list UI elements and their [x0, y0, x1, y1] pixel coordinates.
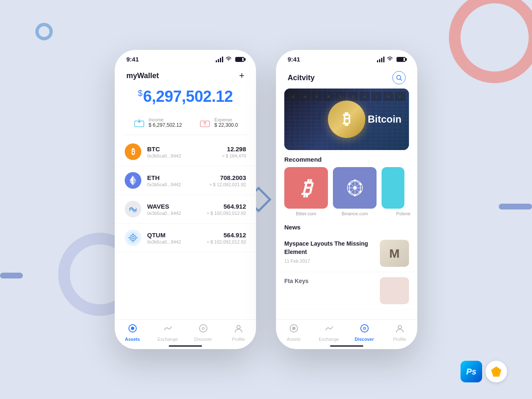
activity-phone: 9:41: [276, 50, 417, 349]
news-thumb-letter-myspace: M: [389, 246, 400, 261]
income-text: Income $ 6,297,502.12: [149, 117, 182, 128]
coin-item-waves[interactable]: WAVES 0x3b5ca0...9442 564.912 ≈ $ 102,09…: [115, 195, 256, 224]
activity-content: Acitvity: [276, 65, 417, 349]
coin-item-btc[interactable]: ₿ BTC 0x3b5ca0...9442 12.298 ≈ $ 184,470: [115, 138, 256, 166]
activity-title: Acitvity: [288, 74, 315, 82]
waves-addr: 0x3b5ca0...9442: [147, 211, 207, 216]
binance-polyhedron-icon: [342, 175, 367, 200]
qtum-name: QTUM: [147, 232, 207, 239]
activity-profile-icon: [395, 324, 404, 335]
coin-item-qtum[interactable]: QTUM 0x3b5ca0...9442 564.912 ≈ $ 102,092…: [115, 224, 256, 252]
waves-info: WAVES 0x3b5ca0...9442: [147, 203, 207, 216]
income-expense: Income $ 6,297,502.12 Expense $ 22,300.0: [115, 113, 256, 135]
nav-discover[interactable]: Discover: [185, 324, 221, 342]
news-date-myspace: 11 Feb 2017: [284, 259, 374, 264]
activity-nav-profile-label: Profile: [393, 337, 406, 342]
activity-signal-icon: [377, 57, 384, 62]
wallet-title: myWallet: [126, 71, 159, 80]
news-title: News: [276, 222, 417, 235]
balance-amount: $6,297,502.12: [138, 88, 233, 105]
expense-label: Expense: [214, 117, 238, 122]
assets-icon: [128, 324, 137, 335]
news-thumb-myspace: M: [380, 240, 409, 267]
news-text-myspace: Myspace Layouts The Missing Element 11 F…: [284, 240, 374, 264]
btc-info: BTC 0x3b5ca0...9442: [147, 145, 222, 158]
news-thumb-eta: [380, 277, 409, 304]
photoshop-badge: Ps: [461, 361, 482, 382]
activity-assets-icon: [289, 324, 298, 335]
news-text-eta: Fta Keys: [284, 277, 374, 286]
svg-point-29: [359, 183, 361, 185]
nav-profile-label: Profile: [232, 337, 245, 342]
btc-usd: ≈ $ 184,470: [222, 153, 246, 158]
activity-wifi-icon: [387, 56, 393, 62]
svg-marker-3: [130, 175, 133, 182]
signal-icon: [216, 57, 223, 62]
waves-name: WAVES: [147, 203, 207, 210]
rec-card-binance[interactable]: Binance.com: [333, 167, 377, 216]
activity-nav-exchange-label: Exchange: [319, 337, 339, 342]
bitcoin-banner[interactable]: Q W E R T Y U I O P: [284, 89, 409, 150]
news-item-myspace[interactable]: Myspace Layouts The Missing Element 11 F…: [276, 235, 417, 272]
news-title-eta: Fta Keys: [284, 277, 374, 286]
search-button[interactable]: [392, 71, 406, 84]
income-value: $ 6,297,502.12: [149, 122, 182, 128]
bottom-nav-wallet: Assets Exchange: [115, 319, 256, 349]
wifi-icon: [225, 56, 232, 62]
activity-nav-profile[interactable]: Profile: [382, 324, 417, 342]
rec-card-bitter[interactable]: ₿ Bitter.com: [284, 167, 328, 216]
activity-nav-discover-label: Discover: [355, 337, 374, 342]
eth-info: ETH 0x3b5ca0...9442: [147, 174, 209, 187]
svg-point-35: [292, 327, 296, 330]
news-title-myspace: Myspace Layouts The Missing Element: [284, 240, 374, 256]
expense-item: Expense $ 22,300.0: [199, 117, 238, 128]
svg-point-32: [348, 191, 350, 193]
activity-nav-assets[interactable]: Assets: [276, 324, 311, 342]
binance-card-img: [333, 167, 377, 209]
recommend-title: Recommend: [276, 156, 417, 167]
expense-value: $ 22,300.0: [214, 122, 238, 128]
btc-amount: 12.298: [222, 145, 246, 153]
polone-label: Polone: [382, 211, 417, 216]
activity-scroll: Q W E R T Y U I O P: [276, 89, 417, 319]
svg-point-31: [354, 195, 356, 197]
wallet-content: myWallet + $6,297,502.12: [115, 65, 256, 349]
bg-decoration-circle-blue: [35, 23, 53, 40]
svg-point-28: [354, 180, 356, 182]
nav-exchange[interactable]: Exchange: [150, 324, 185, 342]
wallet-phone: 9:41: [115, 50, 256, 349]
waves-icon: [125, 201, 141, 217]
profile-icon: [234, 324, 243, 335]
activity-exchange-icon: [325, 324, 334, 335]
battery-icon: [235, 57, 244, 62]
qtum-addr: 0x3b5ca0...9442: [147, 239, 207, 244]
bottom-nav-activity: Assets Exchange: [276, 319, 417, 349]
activity-nav-assets-label: Assets: [287, 337, 300, 342]
activity-status-icons: [377, 56, 406, 62]
qtum-values: 564.912 ≈ $ 102,092,012.92: [207, 232, 246, 244]
coin-item-eth[interactable]: ETH 0x3b5ca0...9442 708.2003 ≈ $ 12,092,…: [115, 166, 256, 195]
svg-point-17: [202, 328, 204, 330]
nav-assets-label: Assets: [125, 337, 140, 342]
polone-card-img: [382, 167, 404, 209]
activity-battery-icon: [397, 57, 406, 62]
news-item-eta[interactable]: Fta Keys: [276, 272, 417, 310]
recommend-scroll: ₿ Bitter.com: [276, 167, 417, 222]
status-bar-wallet: 9:41: [115, 50, 256, 65]
svg-point-36: [361, 325, 368, 332]
activity-status-time: 9:41: [288, 56, 300, 63]
activity-nav-exchange[interactable]: Exchange: [311, 324, 347, 342]
activity-header: Acitvity: [276, 65, 417, 89]
add-button[interactable]: +: [239, 71, 244, 80]
sketch-logo: [490, 366, 502, 377]
activity-nav-discover[interactable]: Discover: [347, 324, 382, 342]
binance-label: Binance.com: [333, 211, 377, 216]
exchange-icon: [163, 324, 172, 335]
svg-marker-5: [130, 181, 133, 185]
svg-point-16: [200, 325, 207, 332]
activity-bottom-indicator: [330, 345, 363, 347]
nav-profile[interactable]: Profile: [221, 324, 256, 342]
svg-point-33: [348, 183, 350, 185]
nav-assets[interactable]: Assets: [115, 324, 150, 342]
rec-card-polone[interactable]: Polone: [382, 167, 417, 216]
